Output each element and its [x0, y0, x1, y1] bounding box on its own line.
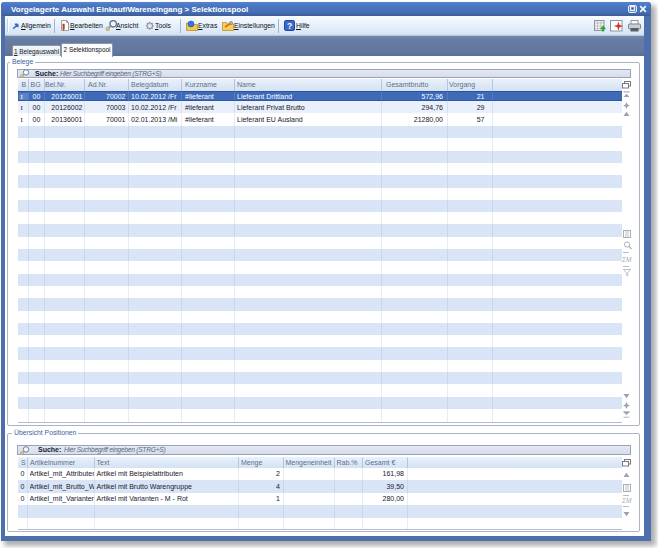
svg-text:?: ?	[287, 21, 292, 31]
